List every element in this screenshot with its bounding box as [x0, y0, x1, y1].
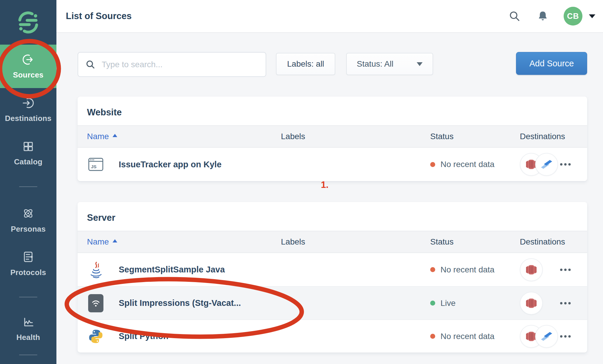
- column-header-destinations: Destinations: [520, 237, 565, 247]
- avatar-initials: CB: [567, 12, 579, 21]
- source-name: Split Impressions (Stg-Vacat...: [119, 298, 241, 308]
- main-content: Labels: all Status: All Add Source Websi…: [56, 33, 603, 364]
- sidebar-divider: [19, 186, 37, 187]
- status-filter-dropdown[interactable]: Status: All: [346, 53, 433, 75]
- global-search-icon[interactable]: [508, 10, 521, 22]
- sidebar-item-label: Protocols: [10, 268, 46, 277]
- sidebar-item-personas[interactable]: Personas: [0, 198, 56, 242]
- status-cell: No recent data: [430, 265, 520, 274]
- protocols-document-icon: [22, 250, 35, 264]
- user-menu-caret-icon[interactable]: [589, 14, 595, 18]
- column-header-destinations: Destinations: [520, 132, 565, 141]
- status-dot: [430, 267, 435, 272]
- javascript-source-icon: JS: [87, 156, 105, 173]
- sidebar-item-label: Health: [16, 333, 40, 342]
- status-text: No recent data: [440, 160, 495, 169]
- java-source-icon: [87, 261, 105, 279]
- status-text: No recent data: [440, 332, 495, 341]
- sort-ascending-icon: [113, 134, 117, 137]
- labels-filter-button[interactable]: Labels: all: [276, 53, 335, 75]
- filters-toolbar: Labels: all Status: All Add Source: [78, 52, 587, 77]
- row-menu-button[interactable]: [559, 266, 578, 274]
- table-header-row: Name Labels Status Destinations: [78, 125, 587, 148]
- sidebar-item-label: Catalog: [14, 157, 43, 166]
- column-header-status: Status: [430, 132, 520, 141]
- status-dot: [430, 162, 435, 167]
- status-dot: [430, 301, 435, 306]
- sidebar-item-sources[interactable]: Sources: [0, 45, 56, 88]
- source-name: SegmentSplitSample Java: [119, 265, 225, 274]
- destinations-cell: [520, 153, 559, 176]
- row-menu-button[interactable]: [559, 160, 578, 168]
- status-filter-label: Status: All: [357, 59, 393, 69]
- labels-filter-label: Labels: all: [287, 59, 324, 69]
- sidebar-item-label: Sources: [13, 70, 43, 80]
- page-title: List of Sources: [66, 11, 132, 21]
- sidebar-item-protocols[interactable]: Protocols: [0, 242, 56, 285]
- table-row[interactable]: SegmentSplitSample Java No recent data: [78, 253, 587, 286]
- sidebar-nav: Sources Destinations Catalog: [0, 45, 56, 355]
- python-source-icon: [87, 328, 105, 344]
- app-window: Sources Destinations Catalog: [0, 0, 603, 364]
- source-arrow-icon: [22, 53, 35, 66]
- sidebar-divider: [19, 355, 37, 355]
- status-cell: No recent data: [430, 160, 520, 169]
- status-text: No recent data: [440, 265, 495, 274]
- source-name: Split Python: [119, 331, 168, 341]
- sidebar: Sources Destinations Catalog: [0, 0, 56, 364]
- annotation-step-number: 1.: [321, 180, 329, 190]
- destinations-cell: [520, 258, 559, 281]
- column-header-labels: Labels: [281, 132, 430, 141]
- status-text: Live: [440, 299, 455, 308]
- grid-icon: [22, 140, 35, 153]
- column-header-status: Status: [430, 237, 520, 247]
- atom-icon: [21, 207, 35, 220]
- sidebar-divider: [19, 297, 37, 297]
- source-name: IssueTracker app on Kyle: [119, 160, 222, 169]
- chevron-down-icon: [417, 62, 423, 66]
- wifi-server-source-icon: [87, 294, 105, 312]
- table-row-split-impressions[interactable]: Split Impressions (Stg-Vacat... Live: [78, 286, 587, 319]
- sidebar-item-health[interactable]: Health: [0, 309, 56, 349]
- add-source-button[interactable]: Add Source: [516, 52, 587, 75]
- destinations-cell: [520, 325, 559, 348]
- sidebar-item-label: Personas: [11, 225, 46, 234]
- website-section-card: Website Name Labels Status Destinations: [78, 97, 587, 181]
- column-header-name[interactable]: Name: [87, 132, 281, 141]
- segment-logo[interactable]: [0, 0, 56, 45]
- destination-badge-blue-s-logo: [535, 325, 558, 348]
- row-menu-button[interactable]: [559, 332, 578, 341]
- destination-badge-red-striped-logo: [520, 258, 543, 281]
- sort-ascending-icon: [113, 239, 117, 242]
- search-icon: [85, 59, 96, 70]
- destinations-cell: [520, 292, 559, 315]
- status-cell: Live: [430, 299, 520, 308]
- table-header-row: Name Labels Status Destinations: [78, 231, 587, 253]
- destination-badge-red-striped-logo: [520, 292, 543, 315]
- server-section-card: Server Name Labels Status Destinations: [78, 202, 587, 353]
- destination-badge-blue-s-logo: [535, 153, 558, 176]
- notifications-bell-icon[interactable]: [537, 10, 549, 22]
- topbar-actions: CB: [508, 7, 595, 26]
- row-menu-button[interactable]: [559, 299, 578, 307]
- topbar: List of Sources CB: [56, 0, 603, 33]
- status-cell: No recent data: [430, 332, 520, 341]
- section-title: Server: [78, 202, 587, 231]
- section-title: Website: [78, 97, 587, 125]
- table-row[interactable]: JS IssueTracker app on Kyle No recent da…: [78, 148, 587, 181]
- svg-text:JS: JS: [91, 164, 96, 169]
- destination-arrow-icon: [22, 97, 35, 109]
- sidebar-item-label: Destinations: [5, 114, 51, 123]
- segment-logo-icon: [15, 9, 42, 36]
- sidebar-item-catalog[interactable]: Catalog: [0, 132, 56, 175]
- sidebar-item-destinations[interactable]: Destinations: [0, 88, 56, 132]
- status-dot: [430, 334, 435, 339]
- source-search-box: [78, 52, 266, 77]
- column-header-labels: Labels: [281, 237, 430, 247]
- table-row[interactable]: Split Python No recent data: [78, 319, 587, 353]
- avatar[interactable]: CB: [564, 7, 582, 26]
- health-chart-icon: [21, 316, 35, 328]
- search-input[interactable]: [102, 60, 259, 69]
- column-header-name[interactable]: Name: [87, 237, 281, 247]
